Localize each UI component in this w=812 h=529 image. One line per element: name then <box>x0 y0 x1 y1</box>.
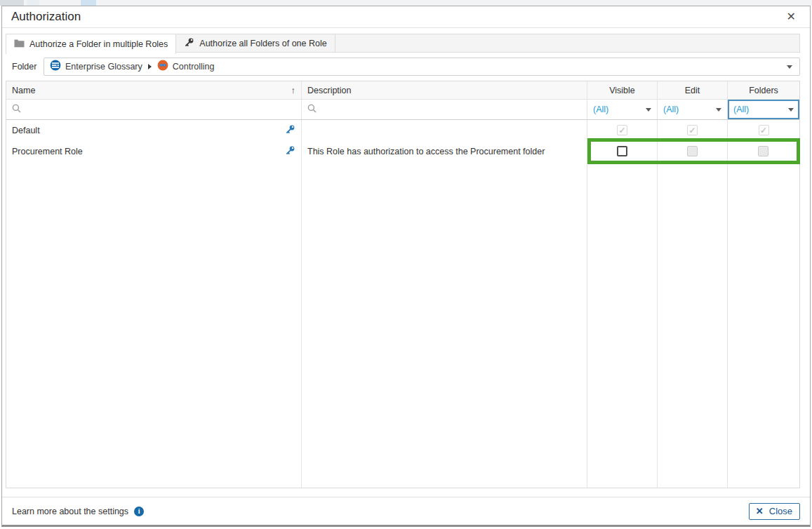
dialog-close-icon[interactable]: ✕ <box>784 10 799 24</box>
edit-filter-dropdown[interactable]: (All) <box>658 100 728 119</box>
authorization-dialog: Authorization ✕ Authorize a Folder in mu… <box>1 6 811 527</box>
column-header-visible[interactable]: Visible <box>587 81 658 99</box>
folder-icon <box>14 39 25 50</box>
visible-cell <box>587 140 658 162</box>
close-x-icon: ✕ <box>756 507 764 516</box>
table-header-row: Name ↑ Description Visible Edit Folders <box>6 81 799 100</box>
column-header-edit[interactable]: Edit <box>658 81 728 99</box>
column-header-description[interactable]: Description <box>302 81 587 99</box>
visible-checkbox: ✓ <box>617 125 627 135</box>
search-icon <box>12 104 21 115</box>
column-header-folders[interactable]: Folders <box>728 81 799 99</box>
visible-cell: ✓ <box>587 120 658 140</box>
folders-checkbox <box>758 146 768 156</box>
controlling-folder-icon <box>157 60 168 74</box>
dropdown-caret-icon <box>788 108 794 112</box>
description-filter-input[interactable] <box>321 105 581 114</box>
edit-checkbox <box>687 146 698 156</box>
role-key-icon <box>285 145 295 158</box>
edit-checkbox: ✓ <box>687 125 698 135</box>
visible-filter-dropdown[interactable]: (All) <box>587 100 658 119</box>
tab-bar: Authorize a Folder in multiple Roles Aut… <box>6 34 800 53</box>
dialog-title: Authorization <box>11 10 81 24</box>
edit-cell <box>658 140 728 162</box>
role-name-cell: Procurement Role <box>6 140 302 162</box>
background-page-sliver <box>81 0 96 6</box>
name-filter-cell <box>6 100 302 119</box>
dropdown-caret-icon <box>646 108 651 112</box>
combobox-caret-icon[interactable] <box>787 65 792 69</box>
empty-cell <box>302 162 587 488</box>
tab-label: Authorize all Folders of one Role <box>199 39 326 48</box>
tab-authorize-role[interactable]: Authorize all Folders of one Role <box>176 34 335 52</box>
breadcrumb-separator-icon <box>148 64 152 69</box>
key-icon <box>184 37 194 50</box>
empty-cell <box>6 162 302 488</box>
folders-filter-dropdown[interactable]: (All) <box>728 100 799 119</box>
tab-authorize-folder[interactable]: Authorize a Folder in multiple Roles <box>6 34 176 54</box>
table-row-default[interactable]: Default ✓ ✓ <box>6 120 799 140</box>
role-description-cell: This Role has authorization to access th… <box>302 140 587 162</box>
sort-ascending-icon[interactable]: ↑ <box>291 85 296 95</box>
description-filter-cell <box>302 100 587 119</box>
search-icon <box>307 104 317 115</box>
dropdown-caret-icon <box>716 108 721 112</box>
breadcrumb-root[interactable]: Enterprise Glossary <box>65 62 142 72</box>
dialog-titlebar: Authorization ✕ <box>2 6 810 28</box>
folders-cell: ✓ <box>728 120 799 140</box>
column-header-name[interactable]: Name ↑ <box>6 81 302 99</box>
empty-cell <box>658 162 728 488</box>
learn-more-text: Learn more about the settings i <box>12 507 144 516</box>
edit-cell: ✓ <box>658 120 728 140</box>
visible-checkbox[interactable] <box>617 146 627 156</box>
table-row-procurement-role[interactable]: Procurement Role This Role has authoriza… <box>6 140 799 162</box>
info-icon[interactable]: i <box>134 507 144 516</box>
name-filter-input[interactable] <box>25 105 295 114</box>
dialog-footer: Learn more about the settings i ✕ Close <box>2 497 810 525</box>
background-page-sliver <box>27 0 39 6</box>
breadcrumb-current[interactable]: Controlling <box>173 62 215 72</box>
folder-picker-row: Folder Enterprise Glossary <box>6 58 800 76</box>
empty-cell <box>587 162 658 488</box>
role-name-cell: Default <box>6 120 302 140</box>
table-empty-area <box>6 162 799 488</box>
folders-cell <box>728 140 799 162</box>
roles-table: Name ↑ Description Visible Edit Folders <box>6 81 800 488</box>
enterprise-glossary-icon <box>50 60 61 74</box>
background-page-sliver <box>0 0 24 6</box>
folder-combobox[interactable]: Enterprise Glossary Controlling <box>44 58 800 76</box>
background-page-strip <box>0 0 812 6</box>
close-button[interactable]: ✕ Close <box>749 503 800 520</box>
role-description-cell <box>302 120 587 140</box>
folder-label: Folder <box>6 62 44 72</box>
dialog-content: Authorize a Folder in multiple Roles Aut… <box>2 28 810 488</box>
role-key-icon <box>285 124 295 137</box>
folders-checkbox: ✓ <box>759 125 769 135</box>
empty-cell <box>728 162 799 488</box>
tab-label: Authorize a Folder in multiple Roles <box>29 39 168 49</box>
filter-row: (All) (All) (All) <box>6 100 799 120</box>
